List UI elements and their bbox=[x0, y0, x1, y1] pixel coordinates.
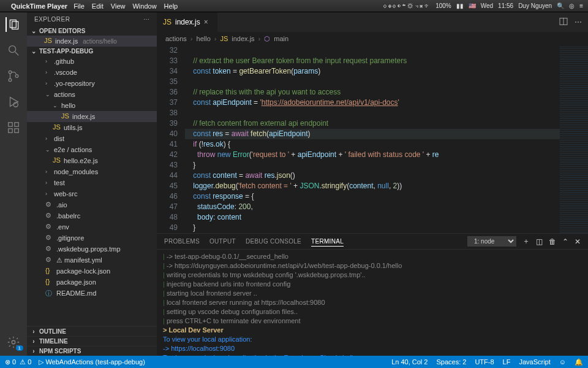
file-item[interactable]: JSindex.js bbox=[27, 111, 157, 122]
editor-more-icon[interactable]: ⋯ bbox=[575, 18, 582, 26]
folder-item[interactable]: ›dist bbox=[27, 133, 157, 144]
svg-point-13 bbox=[12, 340, 15, 344]
tab-index-js[interactable]: JS index.js × bbox=[157, 12, 218, 32]
file-item[interactable]: JShello.e2e.js bbox=[27, 155, 157, 166]
status-feedback-icon[interactable]: ☺ bbox=[559, 358, 566, 366]
menu-edit[interactable]: Edit bbox=[92, 2, 104, 10]
folder-item[interactable]: ⌄e2e / actions bbox=[27, 144, 157, 155]
tab-bar: JS index.js × ⋯ bbox=[157, 12, 588, 32]
panel-tab-debug-console[interactable]: DEBUG CONSOLE bbox=[246, 237, 301, 246]
search-icon[interactable] bbox=[6, 43, 21, 58]
file-item[interactable]: ⚙.aio bbox=[27, 199, 157, 210]
svg-rect-1 bbox=[12, 21, 18, 29]
time: 11:56 bbox=[498, 2, 513, 9]
js-file-icon: JS bbox=[163, 18, 172, 26]
editor-group: JS index.js × ⋯ actions› hello› JS index… bbox=[157, 12, 588, 356]
close-icon[interactable]: × bbox=[204, 18, 208, 26]
folder-item[interactable]: ›.vscode bbox=[27, 67, 157, 78]
maximize-panel-icon[interactable]: ⌃ bbox=[562, 237, 568, 246]
code-editor[interactable]: 323334353637383940414243444546474849 // … bbox=[157, 45, 588, 233]
svg-rect-9 bbox=[9, 123, 12, 126]
file-item[interactable]: ⚙⚠ manifest.yml bbox=[27, 255, 157, 266]
tab-label: index.js bbox=[175, 18, 200, 26]
folder-item[interactable]: ›web-src bbox=[27, 188, 157, 199]
open-editor-item[interactable]: JSindex.jsactions/hello bbox=[27, 36, 157, 47]
file-item[interactable]: JSutils.js bbox=[27, 122, 157, 133]
menu-file[interactable]: File bbox=[74, 2, 85, 10]
svg-point-4 bbox=[9, 71, 12, 74]
explorer-sidebar: EXPLORER ⋯ ⌄OPEN EDITORS JSindex.jsactio… bbox=[27, 12, 157, 356]
svg-rect-12 bbox=[15, 129, 18, 132]
settings-icon[interactable] bbox=[6, 335, 21, 350]
svg-rect-10 bbox=[15, 123, 18, 126]
file-item[interactable]: {}package-lock.json bbox=[27, 266, 157, 277]
control-center-icon[interactable]: ◎ bbox=[569, 2, 575, 9]
status-eol[interactable]: LF bbox=[503, 358, 511, 366]
workspace-section[interactable]: ⌄TEST-APP-DEBUG bbox=[27, 47, 157, 56]
flag-icon[interactable]: 🇺🇸 bbox=[469, 2, 476, 9]
status-launch[interactable]: ▷ WebAndActions (test-app-debug) bbox=[39, 358, 145, 366]
menu-window[interactable]: Window bbox=[132, 2, 156, 10]
svg-line-3 bbox=[15, 52, 19, 56]
svg-marker-7 bbox=[10, 98, 18, 107]
macos-menubar: QuickTime Player File Edit View Window H… bbox=[0, 0, 588, 12]
run-debug-icon[interactable] bbox=[6, 94, 21, 109]
status-spaces[interactable]: Spaces: 2 bbox=[436, 358, 466, 366]
status-warnings[interactable]: ⚠ 0 bbox=[20, 358, 31, 366]
new-terminal-icon[interactable]: ＋ bbox=[522, 236, 530, 247]
status-bell-icon[interactable]: 🔔 bbox=[575, 358, 583, 366]
status-errors[interactable]: ⊗ 0 bbox=[5, 358, 16, 366]
notifications-icon[interactable]: ≡ bbox=[579, 2, 583, 9]
close-panel-icon[interactable]: ✕ bbox=[575, 237, 581, 246]
status-encoding[interactable]: UTF-8 bbox=[475, 358, 494, 366]
svg-rect-11 bbox=[9, 129, 12, 132]
menu-help[interactable]: Help bbox=[164, 2, 178, 10]
folder-item[interactable]: ⌄hello bbox=[27, 100, 157, 111]
timeline-section[interactable]: ›TIMELINE bbox=[27, 336, 157, 346]
file-item[interactable]: {}package.json bbox=[27, 277, 157, 288]
user: Duy Nguyen bbox=[518, 2, 552, 9]
open-editors-section[interactable]: ⌄OPEN EDITORS bbox=[27, 26, 157, 36]
day: Wed bbox=[481, 2, 493, 9]
spotlight-icon[interactable]: 🔍 bbox=[557, 2, 564, 9]
terminal-output[interactable]: | -> test-app-debug-0.0.1/__secured_hell… bbox=[157, 250, 588, 356]
svg-point-2 bbox=[9, 46, 16, 53]
file-item[interactable]: ⚙.gitignore bbox=[27, 232, 157, 243]
kill-terminal-icon[interactable]: 🗑 bbox=[549, 237, 556, 246]
status-bar: ⊗ 0 ⚠ 0 ▷ WebAndActions (test-app-debug)… bbox=[0, 356, 588, 368]
split-editor-icon[interactable] bbox=[559, 17, 568, 28]
outline-section[interactable]: ›OUTLINE bbox=[27, 326, 157, 336]
folder-item[interactable]: ›test bbox=[27, 177, 157, 188]
breadcrumbs[interactable]: actions› hello› JS index.js› ⬡main bbox=[157, 32, 588, 45]
file-item[interactable]: ⚙.env bbox=[27, 221, 157, 232]
folder-item[interactable]: ›.github bbox=[27, 56, 157, 67]
svg-rect-0 bbox=[10, 20, 16, 28]
panel-tab-terminal[interactable]: TERMINAL bbox=[311, 237, 344, 247]
extensions-icon[interactable] bbox=[6, 120, 21, 135]
minimap[interactable] bbox=[560, 45, 588, 233]
svg-point-6 bbox=[15, 75, 18, 78]
explorer-icon[interactable] bbox=[6, 17, 20, 32]
tray-icons[interactable]: ⊙ ⊕ ⊘ ◐ ☁ ⚙ ⌥ ⌘ ᯤ bbox=[383, 2, 431, 9]
folder-item[interactable]: ›.yo-repository bbox=[27, 78, 157, 89]
svg-point-5 bbox=[9, 79, 12, 82]
menu-view[interactable]: View bbox=[111, 2, 126, 10]
folder-item[interactable]: ›node_modules bbox=[27, 166, 157, 177]
folder-item[interactable]: ⌄actions bbox=[27, 89, 157, 100]
menubar-app[interactable]: QuickTime Player bbox=[11, 2, 67, 10]
status-lang[interactable]: JavaScript bbox=[519, 358, 550, 366]
sidebar-more-icon[interactable]: ⋯ bbox=[143, 16, 150, 23]
panel-tab-problems[interactable]: PROBLEMS bbox=[164, 237, 200, 246]
file-tree: ›.github›.vscode›.yo-repository⌄actions⌄… bbox=[27, 56, 157, 326]
npm-scripts-section[interactable]: ›NPM SCRIPTS bbox=[27, 346, 157, 356]
file-item[interactable]: ⚙.babelrc bbox=[27, 210, 157, 221]
panel-tab-output[interactable]: OUTPUT bbox=[209, 237, 236, 246]
source-control-icon[interactable] bbox=[6, 69, 21, 83]
split-terminal-icon[interactable]: ◫ bbox=[536, 237, 543, 246]
file-item[interactable]: ⚙.wskdebug.props.tmp bbox=[27, 243, 157, 255]
status-cursor[interactable]: Ln 40, Col 2 bbox=[391, 358, 428, 366]
file-item[interactable]: ⓘREADME.md bbox=[27, 288, 157, 299]
terminal-selector[interactable]: 1: node bbox=[467, 236, 516, 247]
sidebar-title: EXPLORER ⋯ bbox=[27, 12, 157, 26]
bottom-panel: PROBLEMS OUTPUT DEBUG CONSOLE TERMINAL 1… bbox=[157, 233, 588, 356]
